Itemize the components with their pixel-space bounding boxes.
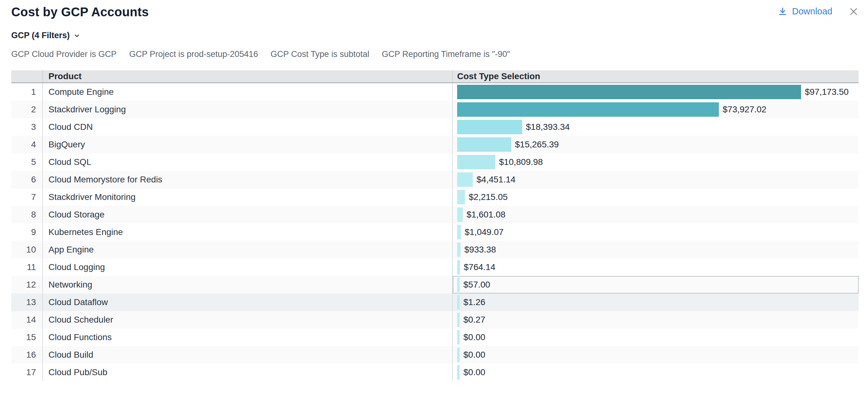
filter-list: GCP Cloud Provider is GCP GCP Project is… — [11, 50, 510, 59]
row-index: 8 — [11, 206, 43, 223]
row-index: 3 — [11, 118, 43, 136]
row-index: 6 — [11, 171, 43, 188]
download-label: Download — [792, 6, 832, 17]
filter-item: GCP Cost Type is subtotal — [271, 50, 369, 59]
cost-value: $15,265.39 — [515, 140, 559, 150]
table-row[interactable]: 17Cloud Pub/Sub$0.00 — [11, 364, 859, 381]
cost-value: $57.00 — [463, 280, 490, 290]
cost-value: $933.38 — [464, 245, 496, 255]
cost-bar — [457, 138, 511, 152]
cost-bar — [457, 295, 460, 309]
cost-bar — [457, 260, 460, 274]
cost-bar — [457, 225, 461, 239]
cost-column-header[interactable]: Cost Type Selection — [453, 70, 859, 82]
cost-bar — [457, 242, 461, 257]
row-index: 1 — [11, 83, 43, 101]
table-row[interactable]: 15Cloud Functions$0.00 — [11, 329, 859, 346]
cost-cell[interactable]: $2,215.05 — [453, 188, 859, 206]
product-cell: Cloud Logging — [43, 259, 453, 276]
table-row[interactable]: 13Cloud Dataflow$1.26 — [11, 294, 859, 311]
cost-bar — [457, 173, 473, 187]
table-row[interactable]: 6Cloud Memorystore for Redis$4,451.14 — [11, 171, 859, 188]
cost-cell[interactable]: $0.00 — [453, 364, 859, 381]
table-row[interactable]: 11Cloud Logging$764.14 — [11, 259, 859, 276]
cost-cell[interactable]: $933.38 — [453, 241, 859, 259]
close-icon[interactable] — [848, 6, 859, 17]
cost-value: $1.26 — [463, 297, 485, 307]
product-cell: Compute Engine — [43, 83, 453, 101]
cost-cell[interactable]: $0.00 — [453, 346, 859, 364]
row-index: 17 — [11, 364, 43, 381]
row-index: 4 — [11, 136, 43, 153]
product-column-header[interactable]: Product — [43, 70, 453, 82]
cost-value: $0.00 — [463, 350, 485, 360]
cost-cell[interactable]: $1,049.07 — [453, 223, 859, 241]
table-row[interactable]: 8Cloud Storage$1,601.08 — [11, 206, 859, 223]
product-cell: Cloud CDN — [43, 118, 453, 136]
cost-bar — [457, 85, 801, 99]
cost-cell[interactable]: $0.00 — [453, 329, 859, 346]
table-body: 1Compute Engine$97,173.502Stackdriver Lo… — [11, 83, 859, 381]
cost-cell[interactable]: $10,809.98 — [453, 153, 859, 171]
row-index: 12 — [11, 276, 43, 294]
product-cell: Cloud Dataflow — [43, 294, 453, 311]
table-row[interactable]: 3Cloud CDN$18,393.34 — [11, 118, 859, 136]
product-cell: Cloud Memorystore for Redis — [43, 171, 453, 188]
cost-cell[interactable]: $97,173.50 — [453, 83, 859, 101]
header-actions: Download — [778, 6, 859, 17]
cost-cell[interactable]: $57.00 — [453, 276, 859, 294]
row-index: 14 — [11, 311, 43, 329]
table-row[interactable]: 16Cloud Build$0.00 — [11, 346, 859, 364]
cost-cell[interactable]: $764.14 — [453, 259, 859, 276]
cost-cell[interactable]: $18,393.34 — [453, 118, 859, 136]
cost-table: Product Cost Type Selection 1Compute Eng… — [11, 70, 859, 381]
cost-cell[interactable]: $0.27 — [453, 311, 859, 329]
cost-value: $1,601.08 — [467, 210, 506, 220]
table-row[interactable]: 1Compute Engine$97,173.50 — [11, 83, 859, 101]
cost-bar — [457, 365, 460, 380]
cost-value: $97,173.50 — [805, 87, 848, 97]
table-row[interactable]: 4BigQuery$15,265.39 — [11, 136, 859, 153]
row-index: 5 — [11, 153, 43, 171]
product-cell: Kubernetes Engine — [43, 223, 453, 241]
table-row[interactable]: 2Stackdriver Logging$73,927.02 — [11, 101, 859, 118]
cost-cell[interactable]: $73,927.02 — [453, 101, 859, 118]
product-cell: Cloud Pub/Sub — [43, 364, 453, 381]
row-index: 16 — [11, 346, 43, 364]
table-row[interactable]: 5Cloud SQL$10,809.98 — [11, 153, 859, 171]
filters-dropdown[interactable]: GCP (4 Filters) — [11, 31, 80, 40]
table-row[interactable]: 14Cloud Scheduler$0.27 — [11, 311, 859, 329]
cost-cell[interactable]: $4,451.14 — [453, 171, 859, 188]
cost-bar — [457, 102, 719, 117]
cost-cell[interactable]: $1,601.08 — [453, 206, 859, 223]
filters-summary: GCP (4 Filters) — [11, 31, 70, 40]
product-cell: Cloud Functions — [43, 329, 453, 346]
cost-value: $4,451.14 — [476, 175, 516, 185]
product-cell: Stackdriver Logging — [43, 101, 453, 118]
table-row[interactable]: 10App Engine$933.38 — [11, 241, 859, 259]
cost-cell[interactable]: $1.26 — [453, 294, 859, 311]
row-index-column-header — [11, 70, 43, 82]
row-index: 9 — [11, 223, 43, 241]
cost-bar — [457, 155, 495, 169]
cost-value: $73,927.02 — [723, 104, 766, 115]
cost-value: $0.27 — [463, 315, 485, 325]
table-row[interactable]: 7Stackdriver Monitoring$2,215.05 — [11, 188, 859, 206]
row-index: 7 — [11, 188, 43, 206]
row-index: 11 — [11, 259, 43, 276]
download-button[interactable]: Download — [778, 6, 832, 17]
filter-item: GCP Cloud Provider is GCP — [11, 50, 117, 59]
row-index: 2 — [11, 101, 43, 118]
product-cell: Cloud Storage — [43, 206, 453, 223]
table-row[interactable]: 12Networking$57.00 — [11, 276, 859, 294]
chevron-down-icon — [73, 32, 80, 39]
cost-value: $1,049.07 — [465, 227, 504, 237]
table-row[interactable]: 9Kubernetes Engine$1,049.07 — [11, 223, 859, 241]
cost-value: $18,393.34 — [526, 122, 570, 132]
cost-bar — [457, 190, 465, 204]
product-cell: Cloud SQL — [43, 153, 453, 171]
product-cell: BigQuery — [43, 136, 453, 153]
cost-cell[interactable]: $15,265.39 — [453, 136, 859, 153]
cost-value: $10,809.98 — [499, 157, 543, 167]
row-index: 15 — [11, 329, 43, 346]
